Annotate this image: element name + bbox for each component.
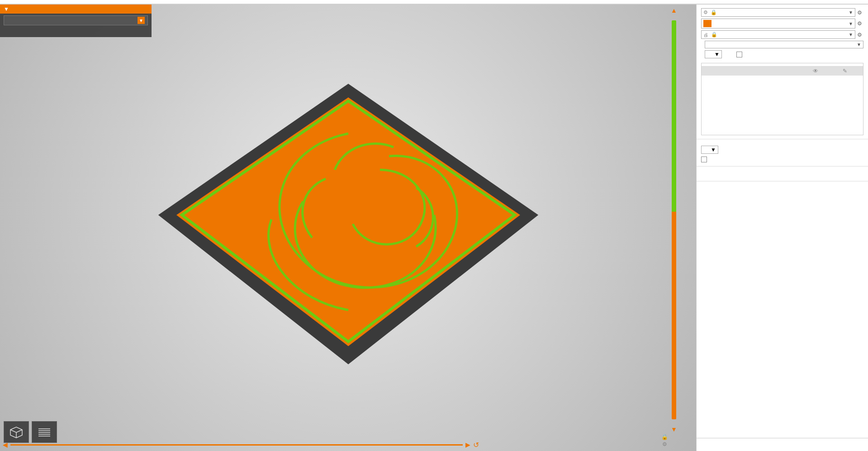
info-panel [697,166,868,181]
legend-header[interactable]: ▼ [0,5,152,14]
lock-icon[interactable]: 🔒 [661,434,668,440]
objlist-col-edit [804,63,863,66]
undo-icon[interactable]: ↺ [473,441,479,449]
edit-icon[interactable]: ✎ [843,68,847,74]
lock-icon: 🔒 [711,32,717,38]
slider-down-icon[interactable]: ▼ [671,426,677,433]
infill-select[interactable]: ▼ [705,50,722,58]
gear-icon[interactable]: ⚙ [857,9,863,16]
object-list: 👁 ✎ [701,63,863,135]
brim-checkbox[interactable] [736,52,742,57]
print-preset-select[interactable]: ⚙ 🔒 ▼ [701,8,855,17]
export-gcode-button[interactable] [697,438,868,451]
gear-icon[interactable]: ⚙ [857,20,863,27]
printer-icon: 🖨 [703,32,708,38]
objlist-col-name [702,63,804,66]
supports-select[interactable]: ▼ [705,41,863,48]
menubar [0,0,868,4]
gear-icon: ⚙ [703,9,708,15]
gear-icon[interactable]: ⚙ [662,441,667,447]
viewport-3d[interactable]: ▼ ▼ [0,5,696,451]
lock-icon: 🔒 [711,9,717,15]
legend-mode-select[interactable]: ▼ [4,15,148,25]
view-3d-icon[interactable] [4,421,29,443]
horizontal-slider[interactable]: ◀ ▶ ↺ [3,438,479,451]
slider-up-icon[interactable]: ▲ [671,7,677,14]
legend-toolbar [0,32,152,37]
slicing-info-panel [697,181,868,205]
sidebar: ⚙ 🔒 ▼ ⚙ ▼ ⚙ 🖨 [696,5,868,451]
vslider-ticks [651,7,670,433]
build-plate[interactable] [145,66,552,378]
vertical-slider[interactable]: ▲ ▼ [651,7,678,433]
printer-select[interactable]: 🖨 🔒 ▼ [701,30,855,39]
inches-checkbox[interactable] [701,157,707,162]
filament-select[interactable]: ▼ [701,19,855,28]
manipulation-panel: ▼ [697,139,868,166]
view-layers-icon[interactable] [32,421,57,443]
visibility-icon[interactable]: 👁 [813,68,818,74]
coord-system-select[interactable]: ▼ [701,146,718,154]
legend-panel: ▼ ▼ [0,5,152,37]
objlist-row[interactable]: 👁 ✎ [702,66,863,76]
gear-icon[interactable]: ⚙ [857,32,863,38]
